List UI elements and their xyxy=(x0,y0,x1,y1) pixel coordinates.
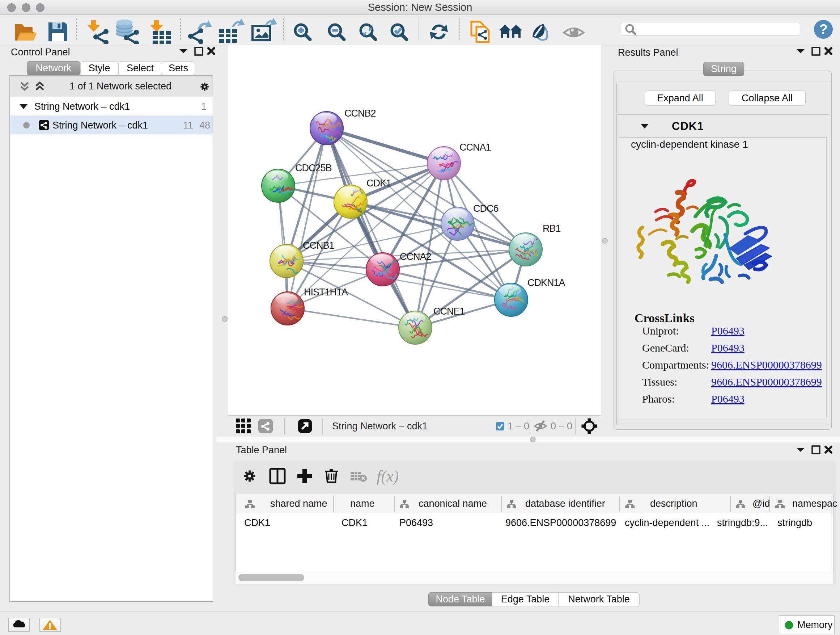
svg-text:CCNE1: CCNE1 xyxy=(433,306,465,317)
svg-text:?: ? xyxy=(819,22,827,37)
svg-text:CDC6: CDC6 xyxy=(473,203,499,214)
svg-text:CDK1: CDK1 xyxy=(366,178,391,188)
svg-text:CDKN1A: CDKN1A xyxy=(527,277,565,288)
svg-text:CCNB1: CCNB1 xyxy=(303,240,334,251)
svg-text:CCNA1: CCNA1 xyxy=(459,142,491,153)
svg-text:HIST1H1A: HIST1H1A xyxy=(304,287,348,298)
svg-text:RB1: RB1 xyxy=(543,223,561,234)
svg-text:CCNA2: CCNA2 xyxy=(400,251,431,262)
svg-text:CDC25B: CDC25B xyxy=(295,163,332,173)
svg-text:CCNB2: CCNB2 xyxy=(344,108,376,119)
svg-text:f(x): f(x) xyxy=(377,467,399,485)
